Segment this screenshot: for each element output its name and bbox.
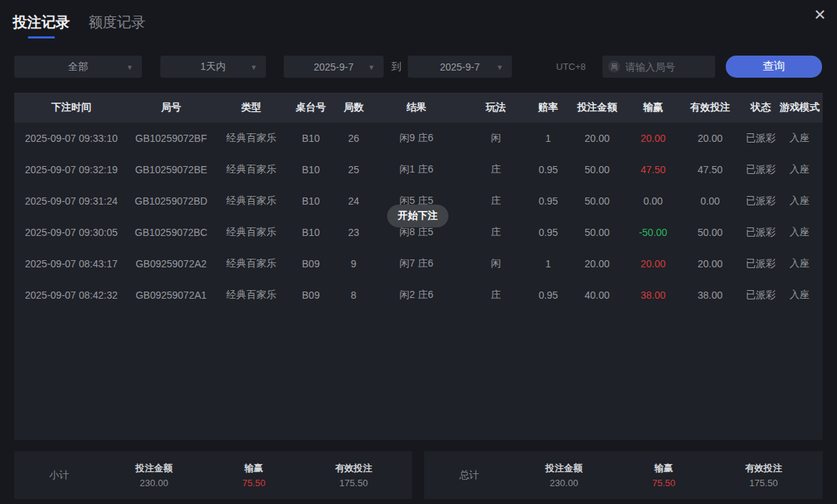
cell-winloss: 20.00 bbox=[631, 123, 675, 154]
column-header: 状态 bbox=[745, 93, 776, 123]
cell-winloss: 0.00 bbox=[631, 185, 675, 217]
cell-round-no: 25 bbox=[333, 154, 374, 185]
cell-odds: 0.95 bbox=[533, 154, 563, 185]
cell-round-no: 9 bbox=[333, 248, 374, 279]
column-header: 赔率 bbox=[533, 93, 563, 123]
subtotal-valid-stat: 有效投注 175.50 bbox=[304, 462, 404, 488]
cell-valid-bet: 38.00 bbox=[675, 279, 745, 311]
cell-table-no: B10 bbox=[289, 154, 333, 185]
date-to-select-value: 2025-9-7 bbox=[440, 61, 480, 73]
cell-winloss: 47.50 bbox=[631, 154, 675, 185]
chevron-down-icon: ▼ bbox=[126, 63, 133, 71]
total-valid-stat: 有效投注 175.50 bbox=[714, 462, 813, 488]
cell-winloss: -50.00 bbox=[631, 217, 675, 248]
table-row: 2025-09-07 08:42:32 GB09259072A1 经典百家乐 B… bbox=[14, 279, 823, 311]
round-id-search-box: 局 bbox=[602, 56, 715, 78]
cell-play: 庄 bbox=[458, 279, 533, 311]
cell-winloss: 38.00 bbox=[631, 279, 675, 311]
cell-bet-amount: 20.00 bbox=[563, 123, 631, 154]
column-header: 局号 bbox=[128, 93, 214, 123]
total-bet-stat: 投注金额 230.00 bbox=[514, 462, 614, 488]
cell-status: 已派彩 bbox=[745, 185, 776, 217]
cell-odds: 0.95 bbox=[533, 217, 563, 248]
filter-bar: 全部 ▼ 1天内 ▼ 2025-9-7 ▼ 到 2025-9-7 ▼ UTC+8… bbox=[0, 56, 837, 78]
cell-valid-bet: 50.00 bbox=[675, 217, 745, 248]
cell-odds: 1 bbox=[533, 248, 563, 279]
total-label: 总计 bbox=[424, 469, 514, 482]
stat-value: 75.50 bbox=[204, 478, 304, 488]
cell-valid-bet: 20.00 bbox=[675, 248, 745, 279]
table-row: 2025-09-07 08:43:17 GB09259072A2 经典百家乐 B… bbox=[14, 248, 823, 279]
close-icon[interactable]: ✕ bbox=[810, 4, 830, 24]
cell-round-id: GB10259072BE bbox=[128, 154, 214, 185]
cell-round-no: 23 bbox=[333, 217, 374, 248]
cell-play: 闲 bbox=[458, 248, 533, 279]
column-header: 有效投注 bbox=[675, 93, 745, 123]
date-to-select[interactable]: 2025-9-7 ▼ bbox=[408, 56, 512, 78]
date-from-select[interactable]: 2025-9-7 ▼ bbox=[284, 56, 384, 78]
tab-quota-records[interactable]: 额度记录 bbox=[88, 13, 145, 38]
cell-status: 已派彩 bbox=[745, 248, 776, 279]
cell-round-id: GB10259072BF bbox=[128, 123, 214, 154]
cell-table-no: B09 bbox=[289, 248, 333, 279]
round-id-icon: 局 bbox=[608, 61, 620, 73]
tab-bet-records[interactable]: 投注记录 bbox=[13, 13, 70, 38]
stat-label: 输赢 bbox=[614, 462, 714, 475]
cell-bet-time: 2025-09-07 09:31:24 bbox=[14, 185, 128, 217]
records-table: 下注时间局号类型桌台号局数结果玩法赔率投注金额输赢有效投注状态游戏模式 2025… bbox=[14, 93, 823, 440]
cell-game-type: 经典百家乐 bbox=[214, 248, 289, 279]
start-betting-toast: 开始下注 bbox=[387, 205, 448, 227]
stat-label: 有效投注 bbox=[304, 462, 404, 475]
cell-result: 闲2 庄6 bbox=[374, 279, 458, 311]
round-id-search-input[interactable] bbox=[625, 61, 709, 73]
cell-table-no: B10 bbox=[289, 217, 333, 248]
cell-game-type: 经典百家乐 bbox=[214, 279, 289, 311]
bet-type-select[interactable]: 全部 ▼ bbox=[14, 56, 142, 78]
column-header: 局数 bbox=[333, 93, 374, 123]
cell-status: 已派彩 bbox=[745, 154, 776, 185]
column-header: 玩法 bbox=[458, 93, 533, 123]
column-header: 桌台号 bbox=[289, 93, 333, 123]
cell-round-id: GB09259072A2 bbox=[128, 248, 214, 279]
cell-round-id: GB09259072A1 bbox=[128, 279, 214, 311]
column-header: 输赢 bbox=[631, 93, 675, 123]
total-winloss-stat: 输赢 75.50 bbox=[614, 462, 714, 488]
timezone-label: UTC+8 bbox=[556, 56, 586, 78]
cell-result: 闲7 庄6 bbox=[374, 248, 458, 279]
date-range-select[interactable]: 1天内 ▼ bbox=[160, 56, 266, 78]
cell-play: 庄 bbox=[458, 154, 533, 185]
cell-winloss: 20.00 bbox=[631, 248, 675, 279]
chevron-down-icon: ▼ bbox=[250, 63, 257, 71]
table-row: 2025-09-07 09:33:10 GB10259072BF 经典百家乐 B… bbox=[14, 123, 823, 154]
stat-value: 230.00 bbox=[514, 478, 614, 488]
cell-bet-time: 2025-09-07 09:33:10 bbox=[14, 123, 128, 154]
cell-valid-bet: 47.50 bbox=[675, 154, 745, 185]
cell-game-mode: 入座 bbox=[776, 279, 823, 311]
chevron-down-icon: ▼ bbox=[368, 63, 375, 71]
cell-round-id: GB10259072BD bbox=[128, 185, 214, 217]
cell-bet-time: 2025-09-07 08:43:17 bbox=[14, 248, 128, 279]
cell-play: 庄 bbox=[458, 185, 533, 217]
subtotal-label: 小计 bbox=[14, 469, 104, 482]
column-header: 类型 bbox=[214, 93, 289, 123]
cell-play: 闲 bbox=[458, 123, 533, 154]
query-button[interactable]: 查询 bbox=[726, 56, 822, 78]
stat-label: 投注金额 bbox=[514, 462, 614, 475]
stat-value: 230.00 bbox=[104, 478, 204, 488]
tab-bar: 投注记录 额度记录 bbox=[13, 13, 145, 38]
cell-table-no: B10 bbox=[289, 185, 333, 217]
to-label: 到 bbox=[391, 56, 401, 78]
column-header: 结果 bbox=[374, 93, 458, 123]
cell-odds: 1 bbox=[533, 123, 563, 154]
subtotal-winloss-stat: 输赢 75.50 bbox=[204, 462, 304, 488]
cell-game-mode: 入座 bbox=[776, 154, 823, 185]
cell-bet-time: 2025-09-07 08:42:32 bbox=[14, 279, 128, 311]
cell-bet-amount: 50.00 bbox=[563, 217, 631, 248]
cell-status: 已派彩 bbox=[745, 123, 776, 154]
cell-game-type: 经典百家乐 bbox=[214, 217, 289, 248]
chevron-down-icon: ▼ bbox=[496, 63, 503, 71]
cell-bet-amount: 50.00 bbox=[563, 185, 631, 217]
cell-game-type: 经典百家乐 bbox=[214, 123, 289, 154]
stat-value: 175.50 bbox=[714, 478, 813, 488]
subtotal-panel: 小计 投注金额 230.00 输赢 75.50 有效投注 175.50 bbox=[14, 451, 412, 499]
